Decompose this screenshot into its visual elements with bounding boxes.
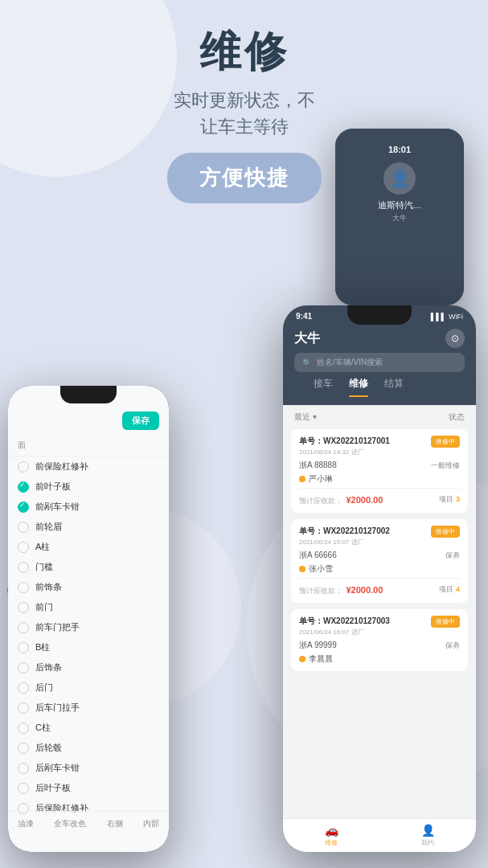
phone-left-notch (60, 386, 117, 403)
list-item[interactable]: 前饰条 (8, 577, 169, 597)
checkbox-checked[interactable] (18, 502, 29, 513)
status-badge-1: 推修中 (431, 436, 460, 448)
list-item[interactable]: A柱 (8, 537, 169, 557)
owner-row-1: 严小琳 (299, 473, 460, 485)
checkbox[interactable] (18, 461, 29, 473)
owner-dot-1 (299, 476, 306, 482)
status-badge-2: 推修中 (431, 526, 460, 538)
phone-mini-screen: 18:01 👤 迪斯特汽... 大牛 (335, 129, 464, 305)
page-subtitle: 实时更新状态，不 让车主等待 (0, 87, 488, 140)
owner-dot-3 (299, 656, 306, 662)
mini-avatar: 👤 (383, 162, 416, 194)
phone-left: 保存 面 前保险杠修补 前叶子板 前剐车卡钳 前轮眉 A柱 门槛 前 (8, 386, 169, 852)
list-item[interactable]: 后车门拉手 (8, 698, 169, 718)
nav-item-repair[interactable]: 🚗 维修 (283, 824, 379, 847)
tab-接车[interactable]: 接车 (306, 372, 341, 397)
list-item[interactable]: 后饰条 (8, 657, 169, 678)
owner-dot-2 (299, 566, 306, 572)
list-item[interactable]: 前门 (8, 597, 169, 617)
checkbox[interactable] (18, 622, 29, 633)
service-type-2: 保养 (445, 551, 460, 561)
checkbox[interactable] (18, 642, 29, 653)
list-item[interactable]: 前剐车卡钳 (8, 497, 169, 517)
list-item[interactable]: 门槛 (8, 557, 169, 577)
repair-icon: 🚗 (325, 824, 338, 837)
app-header-row: 大牛 ⊙ (294, 329, 465, 348)
phone-right: 9:41 ▌▌▌ WiFi 大牛 ⊙ 🔍 姓名/车辆/VIN搜索 接车 维修 结… (283, 305, 476, 852)
owner-name-2: 张小雪 (309, 563, 333, 575)
search-icon: 🔍 (302, 358, 312, 367)
nav-label-repair: 维修 (325, 838, 338, 847)
status-time: 9:41 (296, 312, 312, 321)
checkbox[interactable] (18, 682, 29, 694)
price-1: ¥2000.00 (346, 495, 383, 505)
list-item[interactable]: 前叶子板 (8, 477, 169, 497)
save-button[interactable]: 保存 (122, 411, 159, 430)
order-date-3: 2021/06/24 16:07 进厂 (299, 628, 390, 637)
work-card-2[interactable]: 单号：WX202210127002 2021/06/24 15:07 进厂 推修… (291, 519, 468, 603)
list-item[interactable]: 前轮眉 (8, 517, 169, 537)
service-type-1: 一般维修 (431, 461, 460, 471)
checkbox[interactable] (18, 582, 29, 593)
checkbox[interactable] (18, 783, 29, 794)
work-card-row-3: 浙A 99999 保养 (299, 640, 460, 651)
owner-row-2: 张小雪 (299, 563, 460, 575)
price-2: ¥2000.00 (346, 585, 383, 595)
phone-right-screen: 9:41 ▌▌▌ WiFi 大牛 ⊙ 🔍 姓名/车辆/VIN搜索 接车 维修 结… (283, 305, 476, 852)
status-badge-3: 推修中 (431, 616, 460, 628)
mini-user: 大牛 (392, 213, 407, 223)
checkbox[interactable] (18, 702, 29, 714)
phone-right-notch (347, 305, 412, 325)
nav-label-appointment: 我约 (421, 838, 434, 847)
work-card-row-1: 浙A 88888 一般维修 (299, 460, 460, 471)
tab-结算[interactable]: 结算 (376, 372, 412, 397)
work-card-1[interactable]: 单号：WX202210127001 2021/06/24 14:32 进厂 推修… (291, 429, 468, 513)
list-item[interactable]: 前保险杠修补 (8, 457, 169, 477)
checkbox[interactable] (18, 662, 29, 674)
price-row-2: 预计应收款： ¥2000.00 项目 4 (299, 578, 460, 596)
plate-2: 浙A 66666 (299, 550, 337, 561)
sort-status[interactable]: 状态 (449, 411, 465, 423)
search-bar[interactable]: 🔍 姓名/车辆/VIN搜索 (294, 353, 465, 372)
work-card-row-2: 浙A 66666 保养 (299, 550, 460, 561)
checkbox[interactable] (18, 723, 29, 734)
checkbox[interactable] (18, 522, 29, 533)
checkbox-checked[interactable] (18, 481, 29, 493)
list-item[interactable]: B柱 (8, 637, 169, 657)
list-item[interactable]: 前车门把手 (8, 617, 169, 637)
tab-维修[interactable]: 维修 (341, 372, 376, 397)
checkbox[interactable] (18, 763, 29, 774)
checkbox[interactable] (18, 562, 29, 573)
list-item[interactable]: 后轮毂 (8, 738, 169, 758)
search-placeholder: 姓名/车辆/VIN搜索 (317, 357, 383, 368)
header-icon[interactable]: ⊙ (445, 329, 465, 348)
list-header: 最近 ▾ 状态 (283, 405, 476, 426)
phone-left-footer: 油漆 全车改色 右侧 内部 (8, 811, 169, 836)
order-num-3: 单号：WX202210127003 (299, 616, 390, 627)
list-item[interactable]: 后叶子板 (8, 778, 169, 798)
phone-left-header: 保存 (8, 408, 169, 436)
list-item[interactable]: 后门 (8, 678, 169, 698)
phone-left-screen: 保存 面 前保险杠修补 前叶子板 前剐车卡钳 前轮眉 A柱 门槛 前 (8, 386, 169, 852)
phone-mini: 18:01 👤 迪斯特汽... 大牛 (335, 129, 464, 305)
sort-recent[interactable]: 最近 ▾ (294, 411, 317, 423)
badge-container: 方便快捷 (167, 153, 322, 203)
checkbox[interactable] (18, 743, 29, 754)
work-card-header-2: 单号：WX202210127002 2021/06/24 15:07 进厂 推修… (299, 526, 460, 547)
phone-left-nav: 面 (8, 436, 169, 457)
order-num-2: 单号：WX202210127002 (299, 526, 390, 537)
work-card-header: 单号：WX202210127001 2021/06/24 14:32 进厂 推修… (299, 436, 460, 457)
appointment-icon: 👤 (421, 824, 435, 837)
bottom-nav: 🚗 维修 👤 我约 (283, 818, 476, 852)
plate-3: 浙A 99999 (299, 640, 337, 651)
owner-row-3: 李晨晨 (299, 653, 460, 665)
nav-item-appointment[interactable]: 👤 我约 (379, 824, 476, 847)
list-item[interactable]: 后剐车卡钳 (8, 758, 169, 778)
feature-badge: 方便快捷 (167, 153, 322, 203)
mini-time: 18:01 (388, 145, 411, 154)
list-item[interactable]: C柱 (8, 718, 169, 738)
app-header: 大牛 ⊙ 🔍 姓名/车辆/VIN搜索 接车 维修 结算 (283, 324, 476, 405)
checkbox[interactable] (18, 542, 29, 553)
checkbox[interactable] (18, 602, 29, 613)
work-card-3[interactable]: 单号：WX202210127003 2021/06/24 16:07 进厂 推修… (291, 609, 468, 671)
